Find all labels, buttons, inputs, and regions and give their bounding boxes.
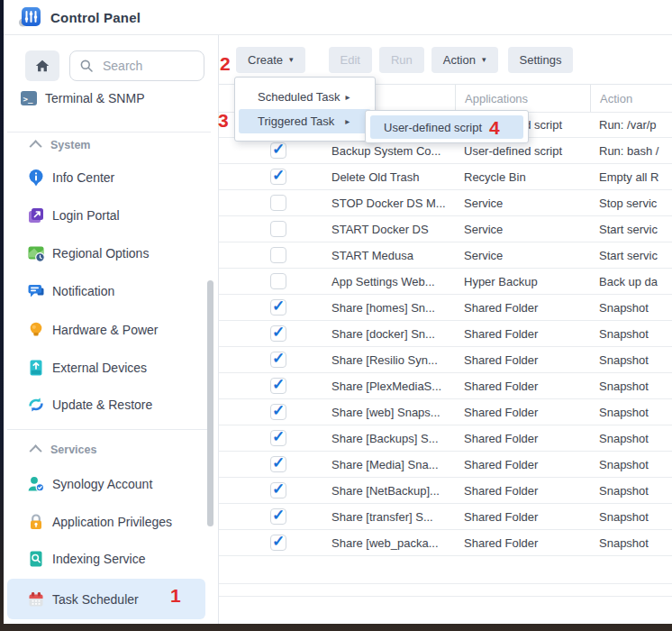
triggered-task-submenu: User-defined script 4 [365,110,529,143]
checkbox-cell [219,221,318,237]
titlebar: Control Panel [4,0,672,35]
column-header-action[interactable]: Action [590,85,672,112]
row-checkbox[interactable] [270,508,286,525]
sidebar-section-services[interactable]: Services [7,441,205,459]
table-row[interactable]: STOP Docker DS M... Service Stop servic [219,190,672,216]
task-action: Start servic [590,249,672,262]
task-action: Snapshot [590,327,672,341]
task-name: App Settings Web... [318,275,455,288]
sidebar-item-info-center[interactable]: Info Center [7,162,205,193]
task-name: Share [Resilio Syn... [318,353,455,367]
task-action: Back up da [590,275,672,288]
task-name: Backup System Co... [318,144,455,158]
column-header-label: Applications [465,92,528,105]
row-checkbox[interactable] [270,378,286,394]
row-checkbox[interactable] [270,195,286,211]
home-button[interactable] [25,50,59,81]
table-row[interactable]: Delete Old Trash Recycle Bin Empty all R [219,164,672,190]
terminal-icon: >_ [20,89,38,107]
checkbox-cell [219,535,318,551]
row-checkbox[interactable] [270,535,286,551]
row-checkbox[interactable] [270,221,286,237]
column-header-applications[interactable]: Applications [455,85,590,112]
row-checkbox[interactable] [270,169,286,185]
table-row[interactable]: Share [PlexMediaS... Shared Folder Snaps… [219,373,672,399]
task-application: Shared Folder [455,380,590,393]
empty-row-separator [219,596,672,597]
menu-item-user-defined-script[interactable]: User-defined script 4 [370,115,523,139]
sidebar-item-label: Info Center [52,170,114,185]
sidebar-item-notification[interactable]: Notification [7,276,205,306]
table-row[interactable]: Share [web] Snaps... Shared Folder Snaps… [219,399,672,425]
search-box[interactable] [69,50,204,81]
table-row[interactable]: Share [Media] Sna... Shared Folder Snaps… [219,452,672,478]
sidebar-item-synology-account[interactable]: Synology Account [7,469,205,499]
checkbox-cell [219,430,318,446]
row-checkbox[interactable] [270,482,286,498]
checkbox-cell [219,299,318,316]
table-row[interactable]: Share [Resilio Syn... Shared Folder Snap… [219,347,672,373]
section-label: System [50,139,90,151]
sidebar-scrollbar[interactable] [207,280,213,526]
row-checkbox[interactable] [270,299,286,316]
action-button[interactable]: Action ▾ [431,47,498,73]
task-action: Snapshot [590,536,672,550]
task-name: Share [Backups] S... [318,432,455,445]
sidebar-item-indexing-service[interactable]: Indexing Service [7,544,205,574]
table-row[interactable]: Share [docker] Sn... Shared Folder Snaps… [219,321,672,347]
row-checkbox[interactable] [270,142,286,159]
checkbox-cell [219,352,318,368]
task-name: Delete Old Trash [318,170,455,184]
task-action: Snapshot [590,510,672,524]
update-restore-icon [27,396,45,414]
table-row[interactable]: Share [NetBackup]... Shared Folder Snaps… [219,478,672,504]
sidebar-item-regional-options[interactable]: Regional Options [7,238,205,269]
info-icon [27,169,45,187]
row-checkbox[interactable] [270,325,286,342]
sidebar-item-application-privileges[interactable]: Application Privileges [7,507,205,537]
row-checkbox[interactable] [270,352,286,368]
task-application: Shared Folder [455,536,590,550]
table-row[interactable]: Share [homes] Sn... Shared Folder Snapsh… [219,295,672,321]
edit-button[interactable]: Edit [329,47,372,73]
row-checkbox[interactable] [270,404,286,420]
sidebar-item-external-devices[interactable]: External Devices [7,352,205,383]
search-input[interactable] [101,58,195,74]
annotation-step-1: 1 [170,586,181,605]
home-icon [34,58,50,74]
row-checkbox[interactable] [270,456,286,472]
menu-item-label: Scheduled Task [258,90,341,104]
sidebar-item-login-portal[interactable]: Login Portal [7,200,205,231]
settings-button[interactable]: Settings [508,47,574,73]
create-button[interactable]: Create ▾ [236,47,305,73]
table-row[interactable]: Share [web_packa... Shared Folder Snapsh… [219,530,672,556]
sidebar-item-hardware-power[interactable]: Hardware & Power [7,315,205,345]
sidebar-item-label: Synology Account [52,477,152,491]
sidebar-item-terminal-snmp[interactable]: >_ Terminal & SNMP [7,83,205,114]
table-row[interactable]: Share [transfer] S... Shared Folder Snap… [219,504,672,530]
task-name: STOP Docker DS M... [318,197,455,210]
menu-item-triggered-task[interactable]: Triggered Task ▸ [239,109,371,133]
row-checkbox[interactable] [270,273,286,289]
caret-down-icon: ▾ [289,56,294,64]
row-checkbox[interactable] [270,430,286,446]
table-row[interactable]: App Settings Web... Hyper Backup Back up… [219,269,672,295]
run-button[interactable]: Run [379,47,424,73]
sidebar-item-update-restore[interactable]: Update & Restore [7,389,205,420]
table-row[interactable]: START Docker DS Service Start servic [219,216,672,242]
svg-text:>_: >_ [23,95,33,104]
checkbox-cell [219,482,318,498]
task-action: Snapshot [590,406,672,419]
row-checkbox[interactable] [270,247,286,263]
task-name: Share [homes] Sn... [318,301,455,315]
synology-account-icon [27,475,45,493]
menu-item-scheduled-task[interactable]: Scheduled Task ▸ [239,85,371,109]
menu-item-label: Triggered Task [258,114,334,128]
task-application: User-defined script [455,144,590,158]
task-action: Stop servic [590,197,672,210]
sidebar-section-system[interactable]: System [7,136,205,154]
toolbar: Create ▾ Edit Run Action ▾ Settings [219,46,672,73]
sidebar-item-label: Update & Restore [52,398,152,412]
table-row[interactable]: START Medusa Service Start servic [219,242,672,269]
table-row[interactable]: Share [Backups] S... Shared Folder Snaps… [219,425,672,452]
